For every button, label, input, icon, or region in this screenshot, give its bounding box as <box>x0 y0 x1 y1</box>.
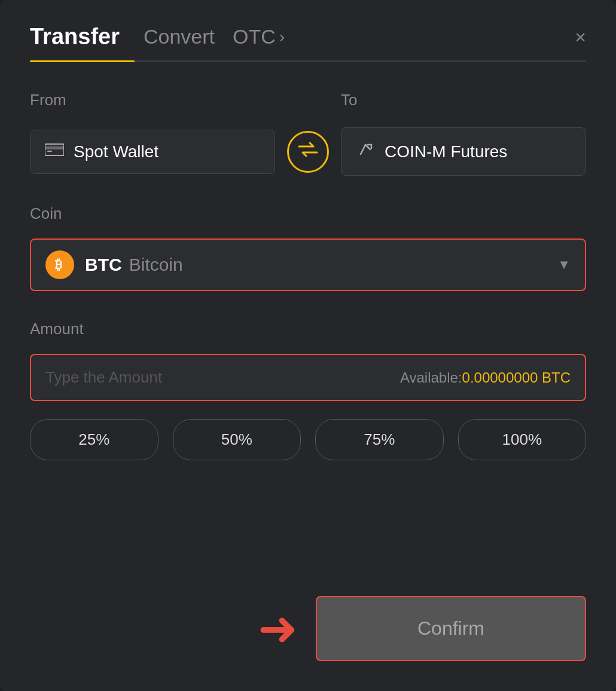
from-label: From <box>30 91 275 109</box>
from-wallet-box[interactable]: Spot Wallet <box>30 130 275 174</box>
coin-select[interactable]: ₿ BTC Bitcoin ▼ <box>30 239 586 291</box>
btc-icon: ₿ <box>45 250 74 279</box>
transfer-modal: Transfer Convert OTC › × From To <box>0 0 616 691</box>
bottom-row: ➜ Confirm <box>30 596 586 661</box>
wallet-row: Spot Wallet COIN-M Futures <box>30 127 586 176</box>
svg-rect-1 <box>45 146 64 149</box>
amount-placeholder: Type the Amount <box>45 368 400 387</box>
percent-75-button[interactable]: 75% <box>315 419 444 460</box>
arrow-area: ➜ <box>30 605 298 653</box>
coin-section: Coin <box>30 204 586 233</box>
to-wallet-name: COIN-M Futures <box>385 142 507 161</box>
confirm-button[interactable]: Confirm <box>316 596 586 661</box>
wallet-icon <box>45 142 64 161</box>
coin-fullname: Bitcoin <box>129 255 183 275</box>
to-label: To <box>341 91 586 109</box>
amount-input-box[interactable]: Type the Amount Available: 0.00000000 BT… <box>30 354 586 401</box>
tab-underline-active <box>30 60 135 62</box>
tab-transfer[interactable]: Transfer <box>30 24 120 50</box>
close-button[interactable]: × <box>575 27 586 47</box>
swap-icon <box>298 142 318 161</box>
svg-rect-2 <box>47 151 52 152</box>
available-label: Available: <box>400 369 462 386</box>
swap-button[interactable] <box>287 131 329 173</box>
coin-dropdown-chevron: ▼ <box>557 257 571 273</box>
percent-100-button[interactable]: 100% <box>458 419 587 460</box>
from-wallet-name: Spot Wallet <box>74 142 158 161</box>
arrow-icon: ➜ <box>258 605 298 653</box>
amount-label: Amount <box>30 320 586 338</box>
percent-row: 25% 50% 75% 100% <box>30 419 586 460</box>
available-amount: 0.00000000 BTC <box>462 369 571 386</box>
tab-underline-row <box>30 60 586 62</box>
coin-ticker: BTC <box>85 255 122 275</box>
modal-header: Transfer Convert OTC › × <box>30 24 586 50</box>
coin-label: Coin <box>30 204 586 223</box>
percent-50-button[interactable]: 50% <box>173 419 301 460</box>
to-wallet-box[interactable]: COIN-M Futures <box>341 127 586 176</box>
svg-text:₿: ₿ <box>55 257 62 272</box>
futures-icon <box>356 140 375 163</box>
tab-convert[interactable]: Convert <box>144 25 215 48</box>
svg-rect-0 <box>45 144 64 155</box>
percent-25-button[interactable]: 25% <box>30 419 158 460</box>
tab-otc[interactable]: OTC › <box>233 25 285 48</box>
amount-section: Amount <box>30 320 586 348</box>
